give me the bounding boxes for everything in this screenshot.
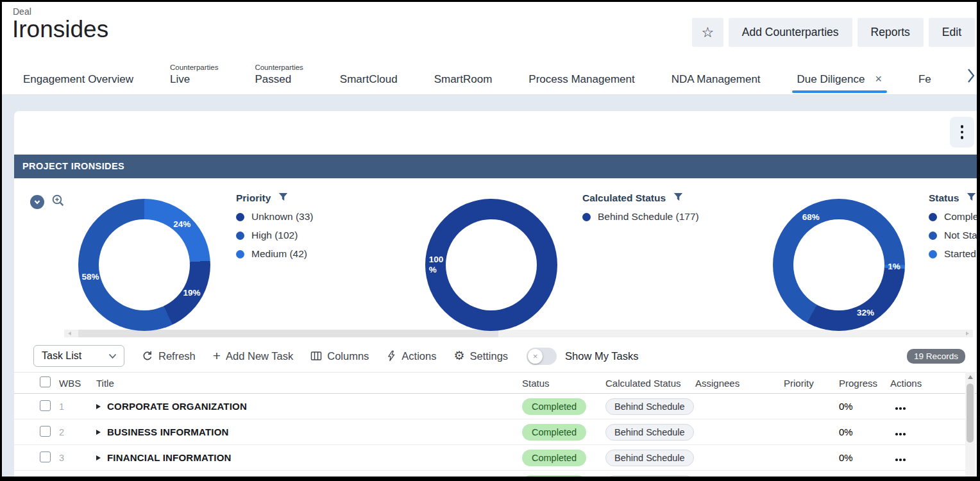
due-diligence-panel: PROJECT IRONSIDES (14, 111, 978, 477)
row-checkbox[interactable] (40, 451, 51, 462)
tab-due-diligence[interactable]: Due Diligence× (797, 72, 882, 94)
donut-hole (446, 219, 537, 310)
tab-engagement-overview[interactable]: Engagement Overview (23, 73, 133, 94)
legend-dot (236, 213, 244, 221)
legend-item-label: Unknown (33) (251, 211, 314, 223)
toggle-label: Show My Tasks (565, 350, 638, 362)
filter-icon[interactable] (278, 192, 288, 204)
scroll-left-arrow-icon[interactable] (68, 332, 71, 335)
vertical-scrollbar-thumb[interactable] (967, 384, 974, 443)
scroll-right-arrow-icon[interactable] (966, 332, 969, 335)
panel-top-strip (14, 111, 978, 155)
scroll-up-arrow-icon[interactable] (965, 372, 975, 382)
progress-value: 0% (839, 401, 890, 412)
table-body: 1CORPORATE ORGANIZATIONCompletedBehind S… (14, 394, 978, 477)
filter-icon[interactable] (967, 192, 976, 204)
legend-item-label: High (102) (251, 230, 298, 241)
expand-caret-icon[interactable] (96, 430, 101, 435)
legend-item-not-started[interactable]: Not Started (929, 230, 978, 241)
refresh-icon (142, 350, 153, 362)
legend-item-high-102[interactable]: High (102) (236, 230, 314, 241)
wbs-number: 1 (54, 401, 87, 412)
tab-nda-management[interactable]: NDA Management (672, 73, 761, 94)
legend-dot (929, 213, 937, 221)
row-checkbox[interactable] (40, 426, 51, 437)
calculated-status-cell: Behind Schedule (605, 475, 695, 477)
active-tab-underline (792, 90, 887, 93)
legend-item-completed[interactable]: Completed (929, 211, 978, 223)
slice-label-unknown: 19% (183, 288, 201, 298)
page-header: Deal Ironsides ☆ Add Counterparties Repo… (2, 2, 977, 58)
status-cell: Completed (511, 424, 605, 441)
tab-super-label: Counterparties (255, 63, 303, 71)
actions-cell (890, 426, 948, 437)
status-cell: Completed (511, 475, 605, 477)
favorite-button[interactable]: ☆ (692, 18, 723, 47)
column-header-progress: Progress (839, 378, 890, 389)
row-actions-button[interactable] (895, 433, 906, 435)
progress-value: 0% (839, 426, 890, 437)
row-actions-button[interactable] (895, 407, 906, 410)
add-counterparties-button[interactable]: Add Counterparties (729, 18, 852, 47)
legend-item-label: Completed (944, 211, 978, 223)
legend-dot (929, 250, 937, 258)
donut-chart-calculated-status[interactable]: 100 % (425, 199, 557, 331)
expand-caret-icon[interactable] (96, 404, 101, 409)
close-icon[interactable]: × (875, 72, 882, 85)
calculated-status-badge: Behind Schedule (605, 424, 694, 441)
edit-button[interactable]: Edit (929, 18, 975, 47)
view-select[interactable]: Task List (33, 345, 124, 367)
vertical-scrollbar[interactable] (965, 372, 975, 477)
expand-caret-icon[interactable] (96, 455, 101, 460)
collapse-circle-down-icon[interactable] (30, 195, 44, 209)
show-my-tasks-toggle[interactable]: × (527, 348, 557, 365)
legend-dot (236, 232, 244, 240)
view-select-value: Task List (42, 350, 81, 362)
reports-button[interactable]: Reports (858, 18, 924, 47)
chart-controls (30, 194, 65, 210)
tab-passed[interactable]: CounterpartiesPassed (255, 63, 303, 94)
actions-button[interactable]: Actions (386, 350, 436, 362)
legend-item-started[interactable]: Started (929, 248, 978, 260)
tab-fe[interactable]: Fe (918, 73, 931, 94)
column-header-assignees: Assignees (695, 378, 784, 389)
columns-button[interactable]: Columns (310, 350, 369, 362)
legend-title-text: Priority (236, 192, 271, 204)
plus-icon: + (213, 351, 221, 361)
header-actions: ☆ Add Counterparties Reports Edit (692, 18, 975, 47)
settings-button[interactable]: ⚙ Settings (453, 350, 508, 362)
toggle-knob-off-icon: × (528, 349, 543, 364)
kebab-menu-button[interactable] (950, 117, 974, 148)
donut-chart-status[interactable]: 1%32%68% (773, 199, 905, 331)
slice-label-high: 58% (82, 272, 99, 282)
status-cell: Completed (511, 450, 605, 466)
star-icon: ☆ (701, 24, 714, 40)
zoom-in-icon[interactable] (51, 194, 65, 210)
legend-item-medium-42[interactable]: Medium (42) (236, 248, 314, 260)
filter-icon[interactable] (673, 192, 683, 204)
row-actions-button[interactable] (895, 459, 906, 461)
legend-title-text: Calculated Status (582, 192, 666, 204)
row-checkbox[interactable] (40, 400, 51, 411)
legend-item-behind-schedule-177[interactable]: Behind Schedule (177) (582, 211, 699, 223)
add-new-task-button[interactable]: + Add New Task (213, 350, 293, 362)
legend-title: Calculated Status (582, 192, 699, 204)
legend-title-text: Status (929, 192, 959, 204)
tabs-overflow-chevron-right-icon[interactable] (967, 67, 976, 87)
tab-live[interactable]: CounterpartiesLive (170, 63, 218, 94)
donut-chart-priority[interactable]: 24%19%58% (78, 199, 210, 331)
tab-process-management[interactable]: Process Management (528, 73, 634, 94)
legend-item-unknown-33[interactable]: Unknown (33) (236, 211, 314, 223)
select-all-checkbox[interactable] (40, 376, 51, 387)
row-title: FINANCIAL INFORMATION (107, 452, 232, 463)
refresh-button[interactable]: Refresh (142, 350, 196, 362)
calculated-status-cell: Behind Schedule (605, 450, 695, 466)
slice-label-started: 1% (888, 262, 900, 272)
page-title: Ironsides (12, 16, 108, 43)
legend-dot (582, 213, 591, 221)
legend-calculated-status: Calculated StatusBehind Schedule (177) (582, 192, 699, 223)
tab-smartroom[interactable]: SmartRoom (434, 73, 493, 94)
tab-label: Due Diligence (797, 73, 865, 85)
legend-item-label: Behind Schedule (177) (598, 211, 699, 223)
tab-smartcloud[interactable]: SmartCloud (340, 73, 398, 94)
